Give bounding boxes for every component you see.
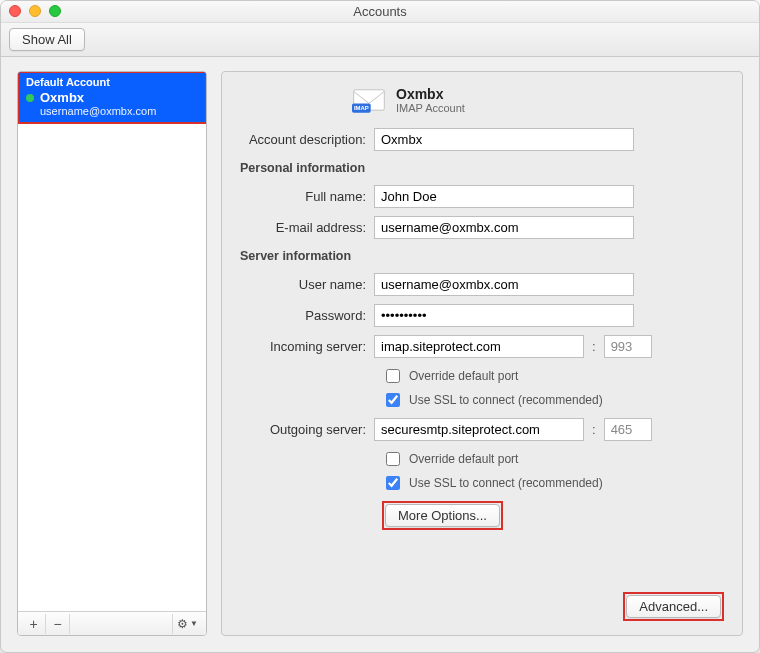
- personal-section-label: Personal information: [240, 161, 724, 175]
- email-label: E-mail address:: [232, 220, 374, 235]
- override-label-2: Override default port: [409, 452, 518, 466]
- account-list: Default Account Oxmbx username@oxmbx.com: [18, 72, 206, 611]
- password-input[interactable]: [374, 304, 634, 327]
- advanced-button[interactable]: Advanced...: [626, 595, 721, 618]
- imap-mail-icon: IMAP: [352, 86, 386, 114]
- titlebar: Accounts: [1, 1, 759, 23]
- outgoing-use-ssl[interactable]: Use SSL to connect (recommended): [382, 473, 724, 493]
- account-item[interactable]: Oxmbx username@oxmbx.com: [18, 90, 206, 123]
- fullname-input[interactable]: [374, 185, 634, 208]
- add-account-button[interactable]: +: [22, 614, 46, 634]
- window-title: Accounts: [353, 4, 406, 19]
- account-type-label: IMAP Account: [396, 102, 465, 114]
- username-label: User name:: [232, 277, 374, 292]
- port-separator-2: :: [592, 422, 596, 437]
- account-name: Oxmbx: [40, 90, 84, 105]
- outgoing-server-input[interactable]: [374, 418, 584, 441]
- accounts-window: Accounts Show All Default Account Oxmbx …: [0, 0, 760, 653]
- status-dot-icon: [26, 94, 34, 102]
- more-options-highlight: More Options...: [382, 501, 503, 530]
- gear-icon: ⚙: [177, 617, 188, 631]
- outgoing-label: Outgoing server:: [232, 422, 374, 437]
- remove-account-button[interactable]: −: [46, 614, 70, 634]
- ssl-label: Use SSL to connect (recommended): [409, 393, 603, 407]
- account-category: Default Account: [18, 72, 206, 90]
- close-icon[interactable]: [9, 5, 21, 17]
- incoming-use-ssl[interactable]: Use SSL to connect (recommended): [382, 390, 724, 410]
- accounts-sidebar: Default Account Oxmbx username@oxmbx.com…: [17, 71, 207, 636]
- outgoing-override-checkbox[interactable]: [386, 452, 400, 466]
- account-actions-button[interactable]: ⚙ ▼: [172, 614, 202, 634]
- port-separator: :: [592, 339, 596, 354]
- incoming-server-input[interactable]: [374, 335, 584, 358]
- outgoing-port-input[interactable]: [604, 418, 652, 441]
- svg-text:IMAP: IMAP: [354, 105, 369, 111]
- incoming-override-checkbox[interactable]: [386, 369, 400, 383]
- account-header: IMAP Oxmbx IMAP Account: [352, 86, 724, 114]
- incoming-label: Incoming server:: [232, 339, 374, 354]
- more-options-button[interactable]: More Options...: [385, 504, 500, 527]
- advanced-highlight: Advanced...: [623, 592, 724, 621]
- account-selection: Default Account Oxmbx username@oxmbx.com: [18, 72, 206, 123]
- override-label: Override default port: [409, 369, 518, 383]
- email-input[interactable]: [374, 216, 634, 239]
- window-controls: [9, 5, 61, 17]
- outgoing-ssl-checkbox[interactable]: [386, 476, 400, 490]
- username-input[interactable]: [374, 273, 634, 296]
- account-title: Oxmbx: [396, 86, 465, 102]
- password-label: Password:: [232, 308, 374, 323]
- zoom-icon[interactable]: [49, 5, 61, 17]
- ssl-label-2: Use SSL to connect (recommended): [409, 476, 603, 490]
- content-area: Default Account Oxmbx username@oxmbx.com…: [1, 57, 759, 652]
- incoming-port-input[interactable]: [604, 335, 652, 358]
- description-input[interactable]: [374, 128, 634, 151]
- account-email: username@oxmbx.com: [40, 105, 198, 117]
- sidebar-footer: + − ⚙ ▼: [18, 611, 206, 635]
- description-label: Account description:: [232, 132, 374, 147]
- outgoing-override-port[interactable]: Override default port: [382, 449, 724, 469]
- account-details: IMAP Oxmbx IMAP Account Account descript…: [221, 71, 743, 636]
- show-all-button[interactable]: Show All: [9, 28, 85, 51]
- fullname-label: Full name:: [232, 189, 374, 204]
- server-section-label: Server information: [240, 249, 724, 263]
- incoming-ssl-checkbox[interactable]: [386, 393, 400, 407]
- chevron-down-icon: ▼: [190, 619, 198, 628]
- minimize-icon[interactable]: [29, 5, 41, 17]
- incoming-override-port[interactable]: Override default port: [382, 366, 724, 386]
- toolbar: Show All: [1, 23, 759, 57]
